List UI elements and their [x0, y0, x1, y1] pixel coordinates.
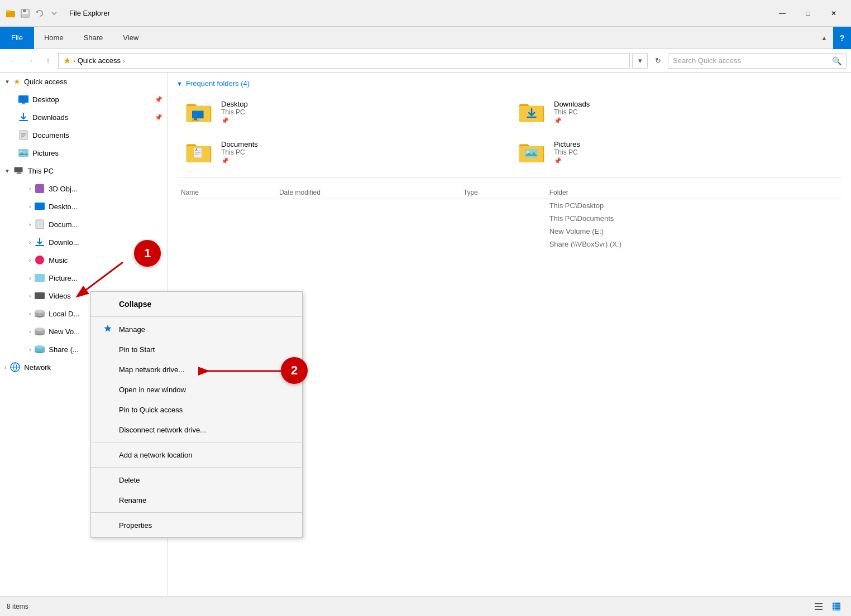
- svg-rect-1: [6, 10, 10, 12]
- svg-rect-23: [35, 245, 44, 246]
- folder-documents-info: Documents This PC 📌: [221, 140, 258, 165]
- svg-rect-47: [525, 149, 537, 157]
- svg-rect-22: [36, 220, 44, 229]
- undo-icon[interactable]: [34, 7, 46, 20]
- dropdown-icon[interactable]: [48, 7, 60, 20]
- ctx-manage[interactable]: Manage: [91, 319, 302, 339]
- save-icon[interactable]: [19, 7, 31, 20]
- home-tab[interactable]: Home: [34, 27, 74, 49]
- ctx-pin-quick-access[interactable]: Pin to Quick access: [91, 400, 302, 420]
- folder-downloads-icon: [518, 101, 545, 123]
- pin-icon-desktop: 📌: [155, 96, 162, 103]
- svg-rect-8: [21, 104, 26, 104]
- file-tab[interactable]: File: [0, 27, 34, 49]
- ctx-add-network[interactable]: Add a network location: [91, 445, 302, 465]
- sidebar-item-downloads[interactable]: Downloads 📌: [0, 108, 167, 126]
- chevron-right-share: ›: [29, 346, 31, 353]
- address-path[interactable]: ★ › Quick access ›: [58, 53, 630, 69]
- music-label: Music: [49, 256, 68, 264]
- ctx-delete[interactable]: Delete: [91, 470, 302, 490]
- 3d-icon: [34, 183, 45, 194]
- recent-row-4[interactable]: Share (\\VBoxSvr) (X:): [176, 238, 842, 251]
- sidebar-item-3d[interactable]: › 3D Obj...: [0, 180, 167, 198]
- list-view-btn[interactable]: [811, 599, 826, 614]
- sidebar-item-docs-pc[interactable]: › Docum...: [0, 215, 167, 233]
- ctx-disconnect-drive-label: Disconnect network drive...: [119, 426, 206, 434]
- ctx-disconnect-drive[interactable]: Disconnect network drive...: [91, 420, 302, 440]
- recent-row-2[interactable]: This PC\Documents: [176, 212, 842, 225]
- sidebar-item-this-pc[interactable]: ▼ This PC: [0, 162, 167, 180]
- minimize-button[interactable]: —: [769, 0, 795, 27]
- recent-row-1-type: [459, 199, 545, 213]
- ctx-add-network-label: Add a network location: [119, 451, 193, 459]
- folder-pictures-icon-wrap: [516, 138, 547, 167]
- folder-documents-sub: This PC: [221, 148, 258, 156]
- title-bar-icons: [4, 7, 60, 20]
- search-placeholder: Search Quick access: [673, 56, 830, 65]
- col-folder: Folder: [545, 186, 842, 199]
- address-dropdown-btn[interactable]: ▾: [632, 53, 648, 69]
- help-button[interactable]: ?: [833, 27, 851, 49]
- svg-rect-17: [15, 167, 22, 172]
- view-tab[interactable]: View: [113, 27, 149, 49]
- up-button[interactable]: ↑: [40, 53, 56, 69]
- search-box[interactable]: Search Quick access 🔍: [668, 53, 847, 69]
- svg-rect-21: [35, 203, 45, 210]
- ctx-collapse[interactable]: Collapse: [91, 294, 302, 314]
- recent-row-1-folder: This PC\Desktop: [545, 199, 842, 213]
- ctx-open-new-window-label: Open in new window: [119, 386, 186, 394]
- chevron-right-3d: ›: [29, 186, 31, 192]
- search-icon[interactable]: 🔍: [832, 56, 842, 65]
- chevron-right-vid: ›: [29, 293, 31, 299]
- ctx-manage-icon: [102, 325, 113, 334]
- back-button[interactable]: ←: [4, 53, 20, 69]
- svg-rect-38: [192, 110, 204, 118]
- svg-rect-4: [22, 14, 28, 17]
- annotation-2: 2: [281, 357, 308, 384]
- chevron-down-icon-pc: ▼: [4, 168, 10, 174]
- sidebar-item-quick-access[interactable]: ▼ ★ Quick access: [0, 73, 167, 90]
- folders-grid: Desktop This PC 📌 Downloads: [168, 92, 851, 172]
- ctx-properties[interactable]: Properties: [91, 515, 302, 535]
- folder-item-downloads[interactable]: Downloads This PC 📌: [509, 92, 842, 132]
- ctx-rename[interactable]: Rename: [91, 490, 302, 510]
- folder-item-pictures[interactable]: Pictures This PC 📌: [509, 132, 842, 172]
- recent-row-3-date: [275, 225, 459, 238]
- sidebar-item-desktop[interactable]: Desktop 📌: [0, 90, 167, 108]
- svg-rect-0: [6, 11, 15, 17]
- refresh-button[interactable]: ↻: [650, 53, 666, 69]
- ctx-map-drive[interactable]: Map network drive...: [91, 359, 302, 379]
- sidebar-item-desktop-pc[interactable]: › Deskto...: [0, 198, 167, 215]
- ctx-map-drive-label: Map network drive...: [119, 365, 184, 374]
- chevron-right-network: ›: [4, 364, 6, 370]
- folder-item-desktop[interactable]: Desktop This PC 📌: [176, 92, 509, 132]
- chevron-right-music: ›: [29, 257, 31, 263]
- sidebar-item-pictures[interactable]: Pictures: [0, 144, 167, 162]
- forward-button[interactable]: →: [22, 53, 38, 69]
- recent-row-3[interactable]: New Volume (E:): [176, 225, 842, 238]
- ctx-sep-2: [91, 442, 302, 442]
- svg-rect-18: [17, 172, 21, 174]
- recent-row-1[interactable]: This PC\Desktop: [176, 199, 842, 213]
- ctx-collapse-label: Collapse: [119, 300, 151, 309]
- details-view-btn[interactable]: [829, 599, 844, 614]
- folder-pictures-name: Pictures: [554, 140, 580, 148]
- ribbon-collapse-btn[interactable]: ▲: [815, 27, 833, 49]
- maximize-button[interactable]: □: [795, 0, 821, 27]
- pin-icon-downloads: 📌: [155, 114, 162, 121]
- desktop-label: Desktop: [32, 95, 59, 104]
- share-tab[interactable]: Share: [74, 27, 113, 49]
- sidebar-item-documents[interactable]: Documents: [0, 126, 167, 144]
- window-controls: — □ ✕: [769, 0, 847, 27]
- recent-row-2-name: [176, 212, 275, 225]
- downloads-label: Downloads: [32, 113, 68, 122]
- close-button[interactable]: ✕: [821, 0, 847, 27]
- folder-downloads-name: Downloads: [554, 100, 590, 108]
- ctx-pin-start[interactable]: Pin to Start: [91, 339, 302, 359]
- svg-text:A: A: [195, 148, 198, 151]
- sidebar-item-pictures-pc[interactable]: › Picture...: [0, 269, 167, 287]
- path-star-icon: ★: [63, 55, 71, 66]
- folder-item-documents[interactable]: A Documents This PC 📌: [176, 132, 509, 172]
- ctx-open-new-window[interactable]: Open in new window: [91, 379, 302, 400]
- frequent-folders-header[interactable]: ▼ Frequent folders (4): [168, 73, 851, 92]
